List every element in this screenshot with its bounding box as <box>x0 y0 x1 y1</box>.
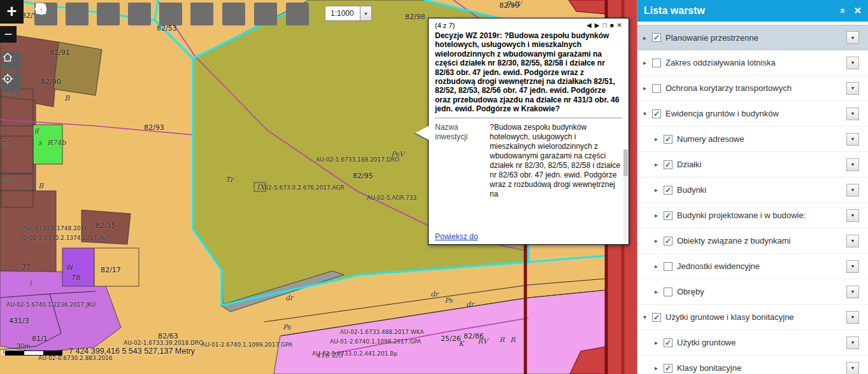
layer-options-dropdown[interactable]: ▼ <box>846 107 859 120</box>
dock-button[interactable]: ■ <box>610 22 614 29</box>
layer-checkbox[interactable]: ✓ <box>664 160 672 169</box>
layer-options-dropdown[interactable]: ▼ <box>846 286 859 298</box>
expand-arrow-icon[interactable]: ▸ <box>655 186 664 193</box>
zoom-out-button[interactable]: − <box>0 26 17 43</box>
layer-label: Ochrona korytarzy transportowych <box>665 83 792 93</box>
layer-row[interactable]: ▸Jednostki ewidencyjne▼ <box>637 254 868 279</box>
info-button[interactable]: i <box>222 3 245 25</box>
locate-button[interactable] <box>2 73 21 92</box>
layer-checkbox[interactable]: ✓ <box>652 109 661 118</box>
layer-options-dropdown[interactable]: ▼ <box>846 31 859 44</box>
layer-options-dropdown[interactable]: ▼ <box>846 336 859 349</box>
field-label: Nazwa inwestycji <box>435 123 490 198</box>
layer-row[interactable]: ▸✓Budynki▼ <box>637 177 868 203</box>
layer-label: Działki <box>677 160 701 169</box>
prev-feature-button[interactable]: ◀ <box>587 22 592 29</box>
expand-arrow-icon[interactable]: ▸ <box>655 364 664 371</box>
layers-panel-title: Lista warstw <box>644 5 705 17</box>
layer-row[interactable]: ▸✓Budynki projektowane i w budowie:▼ <box>637 203 868 228</box>
zoom-in-button[interactable]: + <box>0 0 24 24</box>
expand-arrow-icon[interactable]: ▸ <box>655 288 664 295</box>
layer-row[interactable]: ▸Zakres oddziaływania lotniska▼ <box>637 50 868 76</box>
popup-field: Nazwa inwestycji ?Budowa zespołu budynkó… <box>435 123 622 198</box>
scale-dropdown-arrow[interactable]: ▼ <box>360 6 372 21</box>
layer-checkbox[interactable]: ✓ <box>664 211 672 220</box>
layer-row[interactable]: ▸✓Numery adresowe▼ <box>637 127 868 152</box>
collapse-arrow-icon[interactable]: ▾ <box>643 110 652 117</box>
collapse-arrow-icon[interactable]: ▾ <box>643 314 652 321</box>
expand-arrow-icon[interactable]: ▸ <box>643 59 652 66</box>
measure-button[interactable] <box>66 3 89 25</box>
layer-row[interactable]: ▸✓Użytki gruntowe▼ <box>637 330 868 356</box>
scale-control: 1:1000 ▼ <box>325 6 372 21</box>
collapse-panel-icon[interactable]: « <box>838 8 848 13</box>
maximize-button[interactable]: □ <box>603 22 607 29</box>
layer-options-dropdown[interactable]: ▼ <box>846 311 859 324</box>
layer-label: Użytki gruntowe i klasy bonitacyjne <box>665 312 794 322</box>
layer-checkbox[interactable]: ✓ <box>652 33 661 42</box>
layers-panel: Lista warstw « ✕ ▸✓Planowanie przestrzen… <box>637 0 868 374</box>
layer-checkbox[interactable]: ✓ <box>664 135 672 144</box>
layer-row[interactable]: ▾✓Użytki gruntowe i klasy bonitacyjne▼ <box>637 305 868 330</box>
zoom-to-link[interactable]: Powiększ do <box>435 232 478 241</box>
layer-label: Budynki projektowane i w budowie: <box>677 211 806 220</box>
tools-button[interactable] <box>97 3 120 25</box>
layer-checkbox[interactable]: ✓ <box>664 364 672 373</box>
field-value: ?Budowa zespołu budynków hotelowych, usł… <box>490 123 622 198</box>
expand-arrow-icon[interactable]: ▸ <box>643 34 652 41</box>
expand-arrow-icon[interactable]: ▸ <box>643 85 652 92</box>
layer-checkbox[interactable] <box>664 262 672 271</box>
layer-checkbox[interactable]: ✓ <box>664 186 672 195</box>
layer-options-dropdown[interactable]: ▼ <box>846 260 859 273</box>
next-feature-button[interactable]: ▶ <box>595 22 600 29</box>
layer-checkbox[interactable]: ✓ <box>664 237 672 246</box>
layer-checkbox[interactable] <box>652 59 661 67</box>
layer-row[interactable]: ▸✓Działki▼ <box>637 152 868 177</box>
popup-scrollbar[interactable] <box>623 149 628 241</box>
layer-label: Klasy bonitacyjne <box>677 363 741 373</box>
scalebar-label: 30m <box>17 342 30 350</box>
layer-row[interactable]: ▸Obręby▼ <box>637 279 868 305</box>
link-button[interactable] <box>159 3 182 25</box>
scale-value[interactable]: 1:1000 <box>325 6 360 21</box>
expand-arrow-icon[interactable]: ▸ <box>655 339 664 346</box>
layer-checkbox[interactable] <box>664 287 672 296</box>
layer-row[interactable]: ▸✓Obiekty związane z budynkami▼ <box>637 228 868 254</box>
popup-pagination: (4 z 7) <box>435 22 455 29</box>
layer-options-dropdown[interactable]: ▼ <box>846 184 859 197</box>
expand-arrow-icon[interactable]: ▸ <box>655 212 664 219</box>
layer-checkbox[interactable] <box>652 84 661 93</box>
layer-options-dropdown[interactable]: ▼ <box>846 133 859 146</box>
scale-bar <box>5 350 62 356</box>
layer-row[interactable]: ▸Ochrona korytarzy transportowych▼ <box>637 76 868 101</box>
layer-options-dropdown[interactable]: ▼ <box>846 82 859 95</box>
layer-label: Zakres oddziaływania lotniska <box>665 58 776 67</box>
expand-arrow-icon[interactable]: ▸ <box>655 135 664 142</box>
layer-checkbox[interactable]: ✓ <box>652 313 661 322</box>
layer-options-dropdown[interactable]: ▼ <box>846 209 859 222</box>
layer-options-dropdown[interactable]: ▼ <box>846 158 859 171</box>
layer-row[interactable]: ▸✓Planowanie przestrzenne▼ <box>637 25 868 50</box>
popup-close-button[interactable]: ✕ <box>617 22 622 29</box>
layer-checkbox[interactable]: ✓ <box>664 338 672 347</box>
search-button[interactable] <box>254 3 277 25</box>
layer-label: Budynki <box>677 185 706 195</box>
layer-row[interactable]: ▸✓Klasy bonitacyjne▼ <box>637 356 868 374</box>
globe-button[interactable] <box>128 3 151 25</box>
layer-options-dropdown[interactable]: ▼ <box>846 235 859 247</box>
layer-row[interactable]: ▾✓Ewidencja gruntów i budynków▼ <box>637 101 868 127</box>
document-search-button[interactable] <box>286 3 309 25</box>
layer-options-dropdown[interactable]: ▼ <box>846 362 859 374</box>
map-button[interactable] <box>190 3 213 25</box>
coordinate-readout: 7 424 399,416 5 543 527,137 Metry <box>69 347 195 356</box>
feature-popup: (4 z 7) ◀ ▶ □ ■ ✕ Decyzje WZ 2019r: ?Bud… <box>428 18 629 245</box>
home-button[interactable] <box>2 52 21 71</box>
layer-options-dropdown[interactable]: ▼ <box>846 57 859 69</box>
popup-header[interactable]: (4 z 7) ◀ ▶ □ ■ ✕ <box>435 22 622 29</box>
expand-arrow-icon[interactable]: ▸ <box>655 161 664 168</box>
expand-arrow-icon[interactable]: ▸ <box>655 237 664 244</box>
locate-icon <box>2 73 13 85</box>
close-panel-icon[interactable]: ✕ <box>853 6 862 16</box>
layer-label: Obręby <box>677 287 704 296</box>
expand-arrow-icon[interactable]: ▸ <box>655 263 664 270</box>
